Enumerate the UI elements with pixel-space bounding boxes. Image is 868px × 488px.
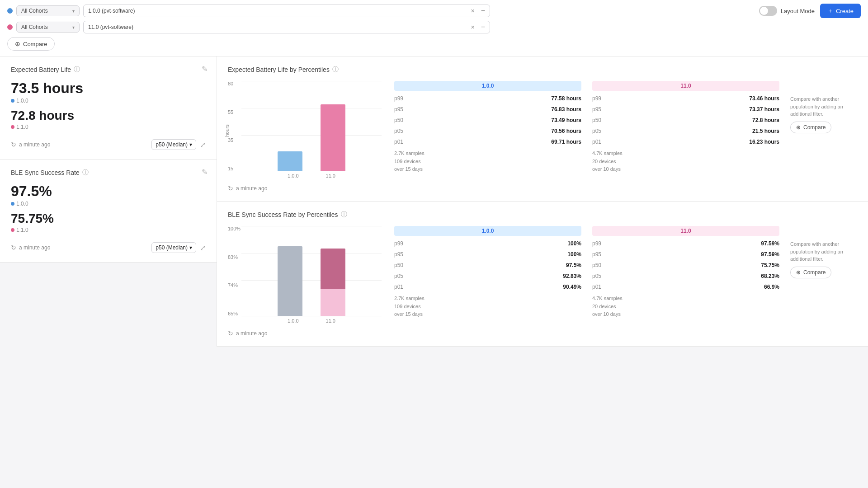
ble-bars bbox=[241, 226, 382, 316]
ble-compare-btn-label: Compare bbox=[803, 269, 826, 276]
ble-dot-pink bbox=[11, 228, 14, 232]
battery-stats-header-2: 11.0 bbox=[592, 81, 779, 91]
ble-edit-icon[interactable]: ✎ bbox=[202, 168, 208, 176]
create-button[interactable]: ＋ Create bbox=[820, 4, 861, 18]
layout-mode-toggle[interactable] bbox=[759, 6, 777, 16]
ble-chart-title: BLE Sync Success Rate by Percentiles ⓘ bbox=[228, 211, 857, 219]
ble-percentile-select[interactable]: p50 (Median) ▾ bbox=[151, 242, 196, 253]
ble-chart-refresh-time: a minute ago bbox=[236, 330, 267, 337]
create-plus-icon: ＋ bbox=[827, 7, 833, 15]
ble-compare-section: Compare with another population by addin… bbox=[785, 226, 857, 325]
ble-chart-info-icon[interactable]: ⓘ bbox=[341, 211, 347, 219]
ble-stats-col-2: 11.0 p99 97.59% p95 97.59% p50 75.75% bbox=[587, 226, 785, 325]
battery-stat-p01-1: p01 69.71 hours bbox=[394, 138, 581, 146]
battery-bar-blue bbox=[278, 151, 302, 171]
cohort2-collapse-icon[interactable]: − bbox=[481, 23, 485, 31]
main-content: Expected Battery Life ⓘ ✎ 73.5 hours 1.0… bbox=[0, 56, 868, 347]
battery-compare-btn[interactable]: ⊕ Compare bbox=[790, 122, 831, 133]
battery-life-edit-icon[interactable]: ✎ bbox=[202, 65, 208, 73]
battery-stat-p05-2: p05 21.5 hours bbox=[592, 127, 779, 135]
ble-chart-card: BLE Sync Success Rate by Percentiles ⓘ 1… bbox=[217, 202, 868, 347]
ble-refresh-icon: ↻ bbox=[11, 244, 16, 251]
ble-compare-circle-icon: ⊕ bbox=[796, 269, 801, 276]
ble-stat-p50-1: p50 97.5% bbox=[394, 261, 581, 269]
ble-bar-1-0-0 bbox=[278, 246, 302, 316]
cohort2-version-tag: 11.0 (pvt-software) × − bbox=[83, 21, 490, 33]
battery-compare-section: Compare with another population by addin… bbox=[785, 81, 857, 180]
ble-expand-icon[interactable]: ⤢ bbox=[200, 244, 206, 252]
ble-chart-refresh-icon: ↻ bbox=[228, 330, 233, 337]
battery-bar-pink bbox=[321, 104, 345, 171]
ble-refresh: ↻ a minute ago bbox=[11, 244, 50, 251]
battery-bar-1-0-0 bbox=[278, 151, 302, 171]
battery-bars bbox=[241, 81, 382, 171]
battery-bar-1-1-0 bbox=[321, 104, 345, 171]
ble-sub2: 1.1.0 bbox=[11, 227, 206, 233]
cohort2-select[interactable]: All Cohorts ▾ bbox=[16, 22, 80, 33]
battery-y-labels: 80 55 35 15 bbox=[228, 81, 239, 180]
battery-stat-meta-1: 2.7K samples 109 devices over 15 days bbox=[394, 150, 581, 174]
battery-chart-title: Expected Battery Life by Percentiles ⓘ bbox=[228, 66, 857, 74]
ble-footer: ↻ a minute ago p50 (Median) ▾ ⤢ bbox=[11, 242, 206, 253]
battery-stats-header-1: 1.0.0 bbox=[394, 81, 581, 91]
cohort1-select[interactable]: All Cohorts ▾ bbox=[16, 5, 80, 16]
cohort1-dot bbox=[7, 8, 13, 14]
battery-stat-p95-1: p95 76.83 hours bbox=[394, 105, 581, 113]
ble-stat-meta-1: 2.7K samples 109 devices over 15 days bbox=[394, 295, 581, 319]
ble-stats-header-1: 1.0.0 bbox=[394, 226, 581, 236]
ble-compare-text: Compare with another population by addin… bbox=[790, 240, 852, 263]
battery-stat-p95-2: p95 73.37 hours bbox=[592, 105, 779, 113]
ble-percentile-arrow-icon: ▾ bbox=[189, 244, 192, 251]
battery-stat-p05-1: p05 70.56 hours bbox=[394, 127, 581, 135]
battery-chart-area: hours 80 55 35 15 bbox=[228, 81, 857, 180]
ble-stats-col-1: 1.0.0 p99 100% p95 100% p50 97.5% bbox=[389, 226, 587, 325]
cohort2-select-label: All Cohorts bbox=[21, 24, 48, 30]
cohort1-remove-icon[interactable]: × bbox=[471, 7, 474, 14]
cohort2-dot bbox=[7, 24, 13, 30]
cohort1-select-label: All Cohorts bbox=[21, 8, 48, 14]
cohort-row-1: All Cohorts ▾ 1.0.0 (pvt-software) × − L… bbox=[7, 4, 861, 18]
ble-bar-light bbox=[321, 289, 345, 316]
battery-stat-p99-1: p99 77.58 hours bbox=[394, 94, 581, 103]
cohort2-arrow-icon: ▾ bbox=[72, 25, 75, 30]
ble-bar-chart: 100% 83% 74% 65% bbox=[228, 226, 382, 325]
ble-bar-1-1-0 bbox=[321, 249, 345, 316]
battery-chart-card: Expected Battery Life by Percentiles ⓘ h… bbox=[217, 56, 868, 202]
layout-mode-label: Layout Mode bbox=[781, 8, 815, 14]
compare-button[interactable]: ⊕ Compare bbox=[7, 37, 55, 51]
battery-dot-pink bbox=[11, 125, 14, 129]
ble-stat-p05-2: p05 68.23% bbox=[592, 272, 779, 280]
battery-life-title: Expected Battery Life ⓘ bbox=[11, 66, 206, 74]
ble-info-icon[interactable]: ⓘ bbox=[82, 169, 89, 177]
battery-percentile-select[interactable]: p50 (Median) ▾ bbox=[151, 139, 196, 150]
battery-bar-chart: hours 80 55 35 15 bbox=[228, 81, 382, 180]
cohort1-version-label: 1.0.0 (pvt-software) bbox=[88, 8, 135, 14]
battery-compare-btn-label: Compare bbox=[803, 124, 826, 131]
battery-stat-p99-2: p99 73.46 hours bbox=[592, 94, 779, 103]
cohort2-remove-icon[interactable]: × bbox=[471, 23, 474, 31]
battery-life-card: Expected Battery Life ⓘ ✎ 73.5 hours 1.0… bbox=[0, 56, 217, 160]
battery-life-sub1: 1.0.0 bbox=[11, 98, 206, 104]
header-area: All Cohorts ▾ 1.0.0 (pvt-software) × − L… bbox=[0, 0, 868, 56]
battery-stats-col-1: 1.0.0 p99 77.58 hours p95 76.83 hours p5… bbox=[389, 81, 587, 180]
battery-stats-table: 1.0.0 p99 77.58 hours p95 76.83 hours p5… bbox=[389, 81, 857, 180]
battery-life-footer: ↻ a minute ago p50 (Median) ▾ ⤢ bbox=[11, 139, 206, 150]
toggle-knob bbox=[760, 7, 768, 15]
battery-chart-refresh-time: a minute ago bbox=[236, 185, 267, 192]
battery-stats-col-2: 11.0 p99 73.46 hours p95 73.37 hours p50… bbox=[587, 81, 785, 180]
battery-chart-info-icon[interactable]: ⓘ bbox=[332, 66, 339, 74]
ble-sub1: 1.0.0 bbox=[11, 201, 206, 207]
cohort1-arrow-icon: ▾ bbox=[72, 9, 75, 14]
battery-life-value2: 72.8 hours bbox=[11, 108, 206, 123]
cohort1-version-tag: 1.0.0 (pvt-software) × − bbox=[83, 5, 490, 17]
ble-y-labels: 100% 83% 74% 65% bbox=[228, 226, 239, 325]
ble-bar-dark bbox=[321, 249, 345, 289]
ble-stat-p95-1: p95 100% bbox=[394, 250, 581, 258]
right-panel: Expected Battery Life by Percentiles ⓘ h… bbox=[217, 56, 868, 347]
ble-stat-p95-2: p95 97.59% bbox=[592, 250, 779, 258]
battery-life-info-icon[interactable]: ⓘ bbox=[74, 66, 80, 74]
cohort1-collapse-icon[interactable]: − bbox=[481, 7, 485, 15]
ble-compare-btn[interactable]: ⊕ Compare bbox=[790, 267, 831, 278]
battery-expand-icon[interactable]: ⤢ bbox=[200, 141, 206, 149]
ble-chart-area: 100% 83% 74% 65% bbox=[228, 226, 857, 325]
